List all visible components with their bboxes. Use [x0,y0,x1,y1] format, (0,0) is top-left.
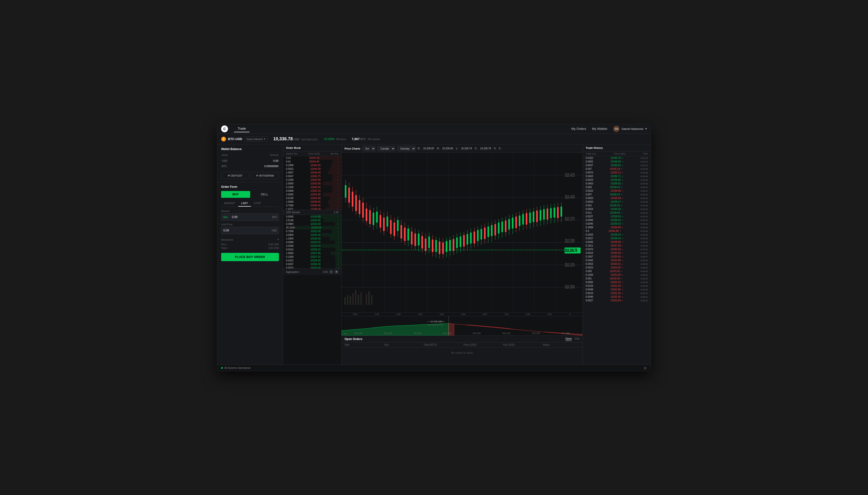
svg-rect-146 [550,208,552,218]
direction-icon: ↗ [622,234,623,236]
ask-size: 0.0688 [286,189,294,192]
limit-price-label: Limit Price [221,223,279,226]
ask-row[interactable]: 0.1000 10342.65 - [283,185,341,189]
bid-row[interactable]: 25.3100 10333.00 - [283,226,341,229]
amount-input[interactable] [230,214,271,220]
ask-size: 1.0007 [286,171,294,174]
bid-row[interactable]: 3.0268 10329.00 - [283,244,341,248]
ask-size: 0.0047 [286,175,294,177]
ask-price: 10340.00 [310,208,321,210]
svg-rect-106 [480,229,482,239]
bid-row[interactable]: 0.1000 10327.25 - [283,255,341,259]
col-amount: Amount [239,154,279,158]
ask-row[interactable]: 1.0007 10344.00 - [283,171,341,174]
trade-price: 10338.05 ↗ [610,164,623,167]
bid-row[interactable]: 0.0322 10326.50 - [283,259,341,262]
svg-rect-96 [463,235,465,246]
trade-row: 0.007 10335.29 ↗ 9:49:49 [583,167,651,171]
place-order-button[interactable]: PLACE BUY ORDER [221,253,279,261]
svg-rect-46 [376,212,378,223]
max-link[interactable]: Max [222,216,230,219]
bid-row[interactable]: 0.0037 10326.45 - [283,262,341,266]
oo-tab-fills[interactable]: Fills [575,337,579,341]
trade-price: 10338.05 ↗ [610,182,623,185]
trade-size: 0.0046 [586,295,593,298]
ask-row[interactable]: 0.7599 10340.35 - [283,204,341,207]
svg-text:$10,400: $10,400 [565,194,575,200]
ask-row[interactable]: 0.5922 10344.30 - [283,167,341,171]
bid-row[interactable]: 3.0000 10331.00 - [283,233,341,237]
trade-size: 0.0023 [586,178,593,181]
bid-price: 10326.40 [310,267,321,269]
bid-row[interactable]: 1.2904 10329.35 - [283,237,341,240]
trade-row: 0.0046 10338.98 ↗ 9:49:06 [583,240,651,244]
withdraw-button[interactable]: ⊖ WITHDRAW [251,172,279,179]
ask-row[interactable]: 2.0000 10341.95 - [283,193,341,197]
asset-name: BTC [222,164,239,169]
select-market-button[interactable]: Select Market ▾ [244,136,267,141]
svg-rect-64 [407,228,409,240]
bid-row[interactable]: 1.0000 10327.95 - [283,251,341,255]
stop-tab[interactable]: STOP [251,200,264,207]
trade-row: 0.0023 10338.05 ↗ 9:49:48 [583,178,651,182]
bid-row[interactable]: 0.0999 10329.25 - [283,240,341,244]
ask-row[interactable]: 3.14 10344.45 - [283,156,341,160]
overlay-select[interactable]: Overlay [397,146,416,151]
trade-size: 0.0027 [586,237,593,240]
ask-row[interactable]: 2.0000 10342.85 - [283,182,341,185]
ask-row[interactable]: 0.01 10344.40 - [283,160,341,164]
bid-row[interactable]: 0.0010 10328.15 - [283,248,341,251]
timeframe-select[interactable]: 5m [362,146,376,151]
my-wallets-button[interactable]: My Wallets [592,127,607,131]
user-area[interactable]: SN Satoshi Nakamoto ▾ [613,126,647,132]
svg-rect-122 [508,219,510,229]
bid-row[interactable]: 4.0045 10335.05 - [283,215,341,219]
settings-icon[interactable]: ⚙ [644,366,647,370]
volume-currency: BTC [360,138,366,140]
ask-row[interactable]: 1.4371 10340.00 - [283,207,341,210]
ask-row[interactable]: 0.6100 10341.80 - [283,197,341,200]
limit-tab[interactable]: LIMIT [238,200,251,207]
trade-time: 9:49:06 [640,230,648,233]
svg-rect-23 [360,292,362,305]
oo-tab-open[interactable]: Open [566,337,572,341]
time-label: 1:00 [375,313,379,315]
ask-row[interactable]: 0.0047 10343.75 - [283,174,341,178]
trade-price: 10332.95 ↗ [610,295,623,298]
ask-row[interactable]: 1.0000 10340.65 - [283,200,341,204]
chart-main[interactable]: $10,425 $10,400 $10,375 $10,350 $10,336.… [342,153,583,312]
c-val: 10,336.78 [480,147,491,150]
svg-rect-30 [348,188,350,202]
market-tab[interactable]: MARKET [221,200,238,207]
my-orders-button[interactable]: My Orders [571,127,586,131]
trade-row: 0.0016 10331.00 ↗ 9:48:24 [583,291,651,295]
buy-tab[interactable]: BUY [221,191,250,198]
h-val: 10,338.05 [442,147,453,150]
trade-size: 0.0046 [586,219,593,221]
agg-minus-button[interactable]: − [329,270,333,274]
bid-row[interactable]: 0.0984 10333.50 - [283,222,341,226]
order-form-title: Order Form [221,185,279,189]
limit-price-input[interactable] [222,227,270,234]
chart-type-select[interactable]: Candle [377,146,395,151]
trade-time: 9:49:48 [640,183,648,185]
ask-size: 1.0000 [286,201,294,203]
ask-row[interactable]: 0.1000 10342.90 - [283,178,341,182]
agg-plus-button[interactable]: + [334,270,339,274]
direction-icon: ↗ [621,194,622,196]
trade-time: 9:50:15 [640,157,648,159]
direction-icon: ↗ [619,230,621,233]
direction-icon: ↗ [622,281,623,284]
sell-tab[interactable]: SELL [250,191,279,198]
bid-row[interactable]: 0.0023 10326.40 - [283,266,341,269]
app-logo[interactable]: C [221,125,228,132]
svg-rect-28 [345,185,346,198]
direction-icon: ↗ [621,278,622,280]
bid-row[interactable]: 0.7599 10332.90 - [283,229,341,233]
nav-tab-trade[interactable]: Trade [234,125,250,132]
ask-row[interactable]: 0.2999 10344.35 - [283,164,341,167]
advanced-toggle[interactable]: Advanced ▾ [221,237,279,243]
bid-row[interactable]: 2.5100 10334.95 - [283,219,341,222]
deposit-button[interactable]: ⊕ DEPOSIT [221,172,249,179]
ask-row[interactable]: 0.0688 10342.15 - [283,189,341,193]
